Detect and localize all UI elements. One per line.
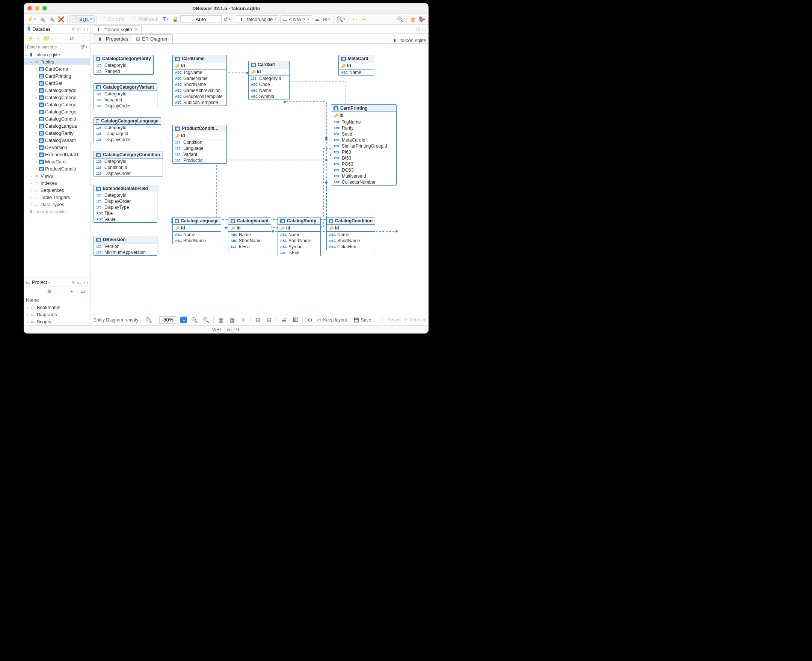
schema-selector[interactable]: ▭< N/A >▾ — [280, 15, 312, 23]
project-item[interactable]: ›▭Scripts — [24, 318, 90, 325]
tree-table[interactable]: ›▦DBVersion — [24, 144, 90, 151]
project-gear-icon[interactable]: ⚙ — [45, 287, 53, 295]
tree-table[interactable]: ›▦CatalogVariant — [24, 137, 90, 144]
zoom-in-icon[interactable]: 🔍 — [190, 316, 199, 324]
project-add-icon[interactable]: ＋ — [68, 287, 76, 295]
plug-cross-icon[interactable]: 🔌 — [47, 15, 56, 23]
more-nav-icon[interactable]: ⋮ — [79, 34, 87, 42]
refresh-button[interactable]: ⟳Refresh — [404, 317, 425, 323]
tree-other-db[interactable]: ›▮userdata.sqlite — [24, 208, 90, 215]
layout-btn-1[interactable]: ▦ — [217, 316, 225, 324]
auto-combo[interactable] — [180, 15, 222, 23]
footer-search-icon[interactable]: 🔍 — [144, 316, 153, 324]
folder-plus-icon[interactable]: 📁+ — [43, 34, 53, 42]
new-connection-button[interactable]: ⚡▾ — [26, 15, 37, 23]
subtab-er-diagram[interactable]: ⊞ER Diagram — [132, 34, 173, 43]
entity-DBVersion[interactable]: ▦DBVersion123Version123MinimumAppVersion — [94, 236, 157, 256]
tree-table[interactable]: ›▦CardSet — [24, 80, 90, 87]
entity-CatalogRarity[interactable]: ▦CatalogRarity🔑IdABCNameABCShortNameABCS… — [278, 217, 321, 256]
sql-editor-button[interactable]: 📄SQL▾ — [70, 15, 95, 23]
zoom-window-button[interactable] — [42, 6, 47, 11]
lock-icon[interactable]: 🔒 — [171, 15, 180, 23]
tree-table[interactable]: ›▦CatalogRarity — [24, 129, 90, 137]
minimize-icon[interactable]: ▭ — [77, 26, 81, 32]
project-item[interactable]: ›▭Bookmarks — [24, 304, 90, 311]
leaf-icon[interactable]: ❌ — [57, 15, 65, 23]
perspective-icon[interactable]: ▦ — [408, 15, 417, 23]
editor-min-icon[interactable]: ▭ — [415, 26, 420, 32]
project-max-icon[interactable]: ◻ — [84, 279, 88, 285]
tx-mode-button[interactable]: T▾ — [162, 15, 170, 23]
nav-back-button[interactable]: ⤺ — [351, 15, 359, 23]
tree-table[interactable]: ›▦CatalogCatego — [24, 94, 90, 101]
tree-db-root[interactable]: ⌄▮falcon.sqlite — [24, 51, 90, 58]
close-window-button[interactable] — [27, 6, 32, 11]
subtab-properties[interactable]: ▮Properties — [93, 34, 132, 43]
arrange-icon-2[interactable]: ⊟ — [265, 316, 273, 324]
tree-table[interactable]: ›▦CatalogConditi — [24, 115, 90, 123]
save-button[interactable]: 💾Save … — [353, 317, 377, 323]
refresh-nav-icon[interactable]: ⇄ — [68, 34, 76, 42]
tree-table[interactable]: ›▦CatalogCatego — [24, 101, 90, 108]
entity-CatalogLanguage[interactable]: ▦CatalogLanguage🔑IdABCNameABCShortName — [172, 217, 221, 244]
tree-table[interactable]: ›▦ProductConditi — [24, 165, 90, 172]
plug-icon[interactable]: 🔌 — [38, 15, 46, 23]
entity-CardPrinting[interactable]: ▦CardPrinting🔑IdABCTcgNameABCRarity123Se… — [331, 104, 397, 185]
zoom-fit-button[interactable]: ⌄ — [180, 317, 187, 323]
zoom-input[interactable] — [159, 316, 177, 324]
database-tree[interactable]: ⌄▮falcon.sqlite ⌄▭Tables ›▦CardGame›▦Car… — [24, 51, 90, 278]
tree-table[interactable]: ›▦CardPrinting — [24, 72, 90, 80]
search-dropdown-icon[interactable]: 🔍▾ — [335, 15, 347, 23]
entity-ExtendedDataUIField[interactable]: ▦ExtendedDataUIField123CategoryId123Disp… — [94, 185, 157, 223]
editor-max-icon[interactable]: ◻ — [422, 26, 426, 32]
global-search-icon[interactable]: 🔍 — [396, 15, 405, 23]
tree-folder[interactable]: ›👁Views — [24, 172, 90, 179]
gear-icon[interactable]: ⚙ — [306, 316, 314, 324]
nav-close-button[interactable]: ✕ — [71, 26, 75, 32]
database-selector[interactable]: ▮falcon.sqlite▾ — [236, 15, 280, 23]
entity-CardSet[interactable]: ▦CardSet🔑Id123CategoryIdABCCodeABCNameAB… — [248, 61, 290, 100]
entity-CardGame[interactable]: ▦CardGame🔑IdABCTcgNameABCGameNameABCShor… — [172, 55, 227, 106]
filter-icon[interactable]: ⧩▾ — [79, 43, 89, 51]
project-min-icon[interactable]: ▭ — [77, 279, 81, 285]
keep-layout-toggle[interactable]: ▭Keep layout — [317, 317, 347, 323]
tree-icon[interactable]: ⊞▾ — [322, 15, 331, 23]
tree-table[interactable]: ›▦ExtendedDataU — [24, 151, 90, 158]
collapse-icon[interactable]: — — [56, 34, 65, 42]
tree-table[interactable]: ›▦CatalogCatego — [24, 108, 90, 115]
editor-tab-close-icon[interactable]: ✕ — [134, 27, 138, 32]
tree-folder[interactable]: ›▭Indexes — [24, 179, 90, 187]
tree-table[interactable]: ›▦MetaCard — [24, 158, 90, 165]
new-conn-plus-icon[interactable]: ⚡+▾ — [27, 34, 40, 42]
tree-folder[interactable]: ›▭Table Triggers — [24, 194, 90, 201]
print-icon[interactable]: 🖨 — [280, 316, 288, 324]
maximize-icon[interactable]: ◻ — [84, 26, 88, 32]
entity-CatalogCategoryRarity[interactable]: ▦CatalogCategoryRarity123CategoryId123Ra… — [94, 55, 154, 75]
minimize-window-button[interactable] — [35, 6, 40, 11]
tree-folder[interactable]: ›▭Sequences — [24, 187, 90, 194]
entity-CatalogCondition[interactable]: ▦CatalogCondition🔑IdABCNameABCShortNameA… — [326, 217, 375, 250]
move-icon[interactable]: ✥ — [239, 316, 247, 324]
tree-table[interactable]: ›▦CatalogLangua — [24, 123, 90, 129]
project-close-button[interactable]: ✕ — [71, 279, 75, 285]
history-button[interactable]: ↺▾ — [222, 15, 232, 23]
grid-icon[interactable]: ▦ — [228, 316, 236, 324]
entity-CatalogVariant[interactable]: ▦CatalogVariant🔑IdABCNameABCShortName123… — [228, 217, 271, 250]
entity-CatalogCategoryVariant[interactable]: ▦CatalogCategoryVariant123CategoryId123V… — [94, 83, 157, 109]
rollback-button[interactable]: 📄Rollback — [129, 15, 161, 23]
editor-tab-falcon[interactable]: ▮*falcon.sqlite✕ — [92, 25, 142, 34]
zoom-out-icon[interactable]: 🔍 — [202, 316, 210, 324]
tree-folder[interactable]: ›▭Data Types — [24, 201, 90, 208]
project-item[interactable]: ›▭Diagrams — [24, 311, 90, 318]
entity-CatalogCategoryCondition[interactable]: ▦CatalogCategoryCondition123CategoryId12… — [94, 151, 163, 177]
commit-button[interactable]: 📄Commit — [99, 15, 128, 23]
entity-CatalogCategoryLanguage[interactable]: ▦CatalogCategoryLanguage123CategoryId123… — [94, 117, 161, 143]
entity-ProductConditi[interactable]: ▦ProductConditi...🔑Id123Condition123Lang… — [172, 125, 227, 164]
nav-filter-input[interactable] — [25, 43, 79, 50]
project-refresh-icon[interactable]: ⇄ — [79, 287, 87, 295]
entity-MetaCard[interactable]: ▦MetaCard🔑IdABCName — [338, 55, 374, 76]
nav-fwd-button[interactable]: ⤻ — [360, 15, 368, 23]
cloud-icon[interactable]: ☁ — [313, 15, 321, 23]
arrange-icon-1[interactable]: ⊟ — [254, 316, 262, 324]
project-collapse-icon[interactable]: — — [56, 287, 65, 295]
